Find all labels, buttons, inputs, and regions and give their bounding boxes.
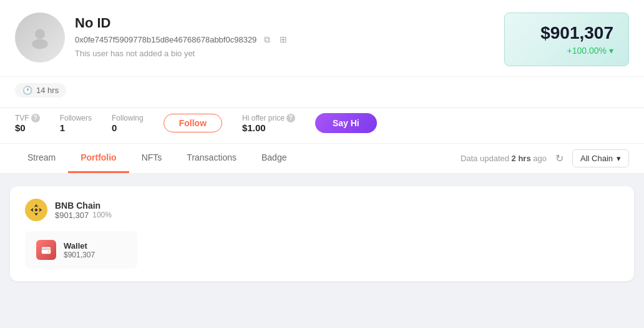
chain-value: $901,307 100% xyxy=(55,211,112,220)
chain-name: BNB Chain xyxy=(55,201,112,211)
copy-icon[interactable]: ⧉ xyxy=(261,34,273,45)
chain-value-amount: $901,307 xyxy=(55,211,89,220)
profile-bio: This user has not added a bio yet xyxy=(75,49,289,58)
svg-point-9 xyxy=(47,251,49,252)
follow-button[interactable]: Follow xyxy=(163,114,222,132)
main-content: BNB Chain $901,307 100% W xyxy=(0,174,644,294)
portfolio-change: +100.00% ▾ xyxy=(520,46,613,56)
svg-marker-3 xyxy=(34,213,38,216)
tab-stream[interactable]: Stream xyxy=(15,144,68,173)
qr-icon[interactable]: ⊞ xyxy=(278,34,289,45)
tab-portfolio[interactable]: Portfolio xyxy=(68,144,129,173)
tvf-value: $0 xyxy=(15,122,26,133)
chain-card: BNB Chain $901,307 100% W xyxy=(10,186,634,281)
wallet-info: Wallet $901,307 xyxy=(64,241,95,259)
hi-offer-help-icon[interactable]: ? xyxy=(286,114,295,122)
tab-transactions[interactable]: Transactions xyxy=(174,144,249,173)
avatar xyxy=(15,12,65,62)
time-online: 14 hrs xyxy=(36,86,59,95)
page-wrapper: No ID 0x0fe7457f5909778b15d8e46768678abb… xyxy=(0,0,644,294)
following-value: 0 xyxy=(112,122,117,133)
svg-rect-7 xyxy=(42,247,51,254)
portfolio-card: $901,307 +100.00% ▾ xyxy=(504,12,629,66)
tab-badge[interactable]: Badge xyxy=(249,144,299,173)
profile-address-row: 0x0fe7457f5909778b15d8e46768678abbf0c983… xyxy=(75,34,289,45)
chevron-down-icon[interactable]: ▾ xyxy=(609,46,613,56)
svg-point-1 xyxy=(32,39,48,49)
tvf-help-icon[interactable]: ? xyxy=(31,114,40,122)
profile-left: No ID 0x0fe7457f5909778b15d8e46768678abb… xyxy=(15,12,289,62)
tabs-left: Stream Portfolio NFTs Transactions Badge xyxy=(15,144,299,173)
svg-rect-8 xyxy=(42,248,51,250)
chain-percentage: 100% xyxy=(92,211,112,219)
hi-offer-stat: Hi offer price ? $1.00 xyxy=(242,114,295,133)
hi-offer-value: $1.00 xyxy=(242,122,266,133)
chain-header: BNB Chain $901,307 100% xyxy=(25,199,619,221)
svg-point-0 xyxy=(35,29,45,39)
profile-info: No ID 0x0fe7457f5909778b15d8e46768678abb… xyxy=(75,12,289,58)
say-hi-button[interactable]: Say Hi xyxy=(315,113,377,133)
svg-marker-5 xyxy=(39,208,42,212)
social-stats: TVF ? $0 Followers 1 Following 0 Follow … xyxy=(0,108,644,144)
followers-stat: Followers 1 xyxy=(60,114,92,133)
followers-label: Followers xyxy=(60,114,92,122)
profile-name: No ID xyxy=(75,15,289,31)
svg-marker-4 xyxy=(31,208,34,212)
bnb-chain-icon xyxy=(25,199,47,221)
portfolio-change-value: +100.00% xyxy=(567,46,607,56)
tvf-label: TVF xyxy=(15,114,29,122)
clock-icon: 🕐 xyxy=(22,86,32,95)
data-updated-text: Data updated 2 hrs ago xyxy=(461,154,547,163)
nav-tabs: Stream Portfolio NFTs Transactions Badge… xyxy=(0,144,644,174)
data-updated-time: 2 hrs xyxy=(512,154,531,163)
profile-address: 0x0fe7457f5909778b15d8e46768678abbf0c983… xyxy=(75,35,256,44)
wallet-icon xyxy=(36,240,56,260)
time-badge: 🕐 14 hrs xyxy=(15,83,66,97)
wallet-label: Wallet xyxy=(64,241,95,251)
stats-row: 🕐 14 hrs xyxy=(0,77,644,108)
hi-offer-label: Hi offer price xyxy=(242,114,285,122)
portfolio-value: $901,307 xyxy=(520,23,613,43)
following-stat: Following 0 xyxy=(112,114,144,133)
svg-marker-6 xyxy=(34,208,38,212)
followers-value: 1 xyxy=(60,122,65,133)
chain-filter-dropdown[interactable]: All Chain ▾ xyxy=(572,149,629,167)
following-label: Following xyxy=(112,114,144,122)
profile-header: No ID 0x0fe7457f5909778b15d8e46768678abb… xyxy=(0,0,644,77)
chain-chevron-icon: ▾ xyxy=(617,154,621,163)
chain-info: BNB Chain $901,307 100% xyxy=(55,201,112,220)
tvf-stat: TVF ? $0 xyxy=(15,114,40,133)
wallet-value: $901,307 xyxy=(64,251,95,259)
tabs-right: Data updated 2 hrs ago ↻ All Chain ▾ xyxy=(461,149,629,167)
chain-filter-label: All Chain xyxy=(580,154,613,163)
wallet-item[interactable]: Wallet $901,307 xyxy=(25,231,137,269)
tab-nfts[interactable]: NFTs xyxy=(129,144,175,173)
svg-marker-2 xyxy=(34,204,38,207)
refresh-button[interactable]: ↻ xyxy=(553,150,566,167)
